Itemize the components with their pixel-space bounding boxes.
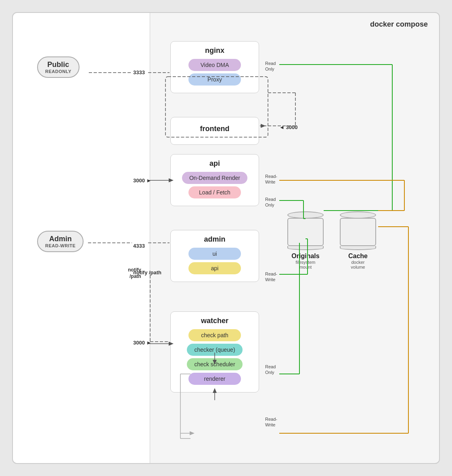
check-path-pill: check path <box>188 329 241 341</box>
cache-cyl-bottom <box>340 246 376 250</box>
watcher-box: watcher check path checker (queue) check… <box>170 311 259 392</box>
originals-label: Originals <box>287 253 324 260</box>
access-read-write-1: Read-Write <box>265 173 277 185</box>
svg-marker-35 <box>190 431 195 435</box>
frontend-title: frontend <box>177 125 252 133</box>
admin-pill: Admin READ-WRITE <box>37 231 84 252</box>
load-fetch-pill: Load / Fetch <box>188 186 241 198</box>
cache-label: Cache <box>340 253 376 260</box>
cache-cylinder: Cache docker volume <box>340 211 376 269</box>
diagram-container: docker compose Public READONLY Admin REA… <box>12 12 440 464</box>
public-title: Public <box>45 61 71 69</box>
access-read-only-3: ReadOnly <box>265 364 276 376</box>
port-3000-watcher-label: 3000 ► <box>133 340 151 346</box>
public-pill: Public READONLY <box>37 56 80 78</box>
cache-cyl-body <box>340 218 376 246</box>
notify-label: notify/path <box>128 267 141 280</box>
cache-sub1: docker <box>340 260 376 265</box>
frontend-box: frontend <box>170 117 259 145</box>
public-subtitle: READONLY <box>45 69 71 74</box>
api-box: api On-Demand Render Load / Fetch <box>170 154 259 206</box>
access-read-only-1: ReadOnly <box>265 61 276 72</box>
access-read-write-2: Read-Write <box>265 271 277 283</box>
access-read-write-3: Read-Write <box>265 416 277 428</box>
port-3000-nginx-label: ◄ 3000 <box>279 124 297 130</box>
cache-sub2: volume <box>340 265 376 269</box>
nginx-title: nginx <box>177 46 252 55</box>
port-3333-label: 3333 <box>133 69 145 75</box>
originals-cylinder: Originals filesystem mount <box>287 211 324 269</box>
originals-cyl-body <box>287 218 324 246</box>
originals-cyl-bottom <box>287 246 324 250</box>
admin-title: Admin <box>45 235 75 243</box>
check-scheduler-pill: check scheduler <box>187 358 242 370</box>
api-title: api <box>177 159 252 168</box>
video-dma-pill: Video DMA <box>188 59 241 71</box>
renderer-pill: renderer <box>188 373 241 385</box>
admin-api-pill: api <box>188 262 241 274</box>
docker-compose-label: docker compose <box>370 20 428 29</box>
svg-marker-6 <box>261 124 266 128</box>
watcher-title: watcher <box>177 317 252 325</box>
port-4333-label: 4333 <box>133 243 145 249</box>
access-read-only-2: ReadOnly <box>265 196 276 208</box>
checker-queue-pill: checker (queue) <box>187 344 242 356</box>
admin-service-title: admin <box>177 235 252 244</box>
proxy-pill: Proxy <box>188 73 241 86</box>
admin-box: admin ui api <box>170 230 259 282</box>
on-demand-render-pill: On-Demand Render <box>182 172 247 184</box>
nginx-box: nginx Video DMA Proxy <box>170 41 259 93</box>
port-3000-api-label: 3000 ► <box>133 177 151 184</box>
admin-subtitle: READ-WRITE <box>45 243 75 248</box>
admin-ui-pill: ui <box>188 248 241 260</box>
originals-sub1: filesystem <box>287 260 324 265</box>
originals-sub2: mount <box>287 265 324 269</box>
